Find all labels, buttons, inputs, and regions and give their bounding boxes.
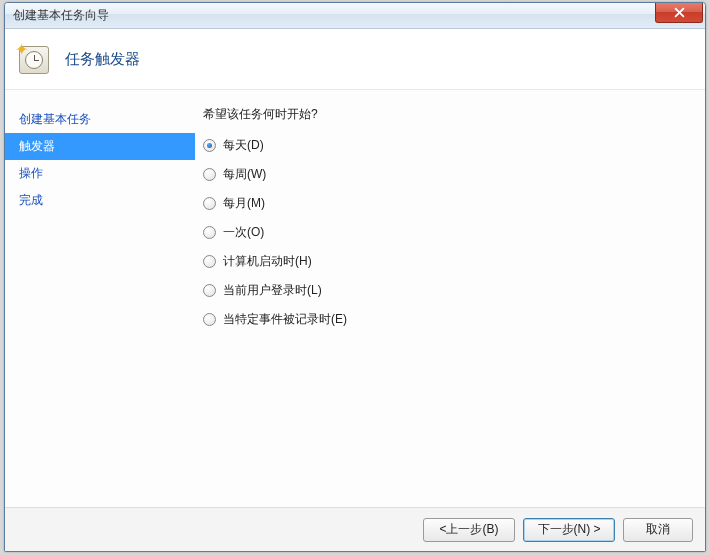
option-label: 每周(W): [223, 166, 266, 183]
titlebar: 创建基本任务向导: [5, 3, 705, 29]
option-at-startup[interactable]: 计算机启动时(H): [203, 253, 695, 270]
radio-icon[interactable]: [203, 313, 216, 326]
option-at-logon[interactable]: 当前用户登录时(L): [203, 282, 695, 299]
option-label: 当特定事件被记录时(E): [223, 311, 347, 328]
window-title: 创建基本任务向导: [13, 7, 655, 24]
back-button[interactable]: <上一步(B): [423, 518, 515, 542]
option-label: 当前用户登录时(L): [223, 282, 322, 299]
option-label: 每月(M): [223, 195, 265, 212]
radio-icon[interactable]: [203, 226, 216, 239]
wizard-steps-sidebar: 创建基本任务 触发器 操作 完成: [5, 90, 195, 507]
option-once[interactable]: 一次(O): [203, 224, 695, 241]
radio-icon[interactable]: [203, 255, 216, 268]
page-title: 任务触发器: [65, 50, 140, 69]
wizard-content: 希望该任务何时开始? 每天(D) 每周(W) 每月(M) 一次(O) 计算机启动…: [195, 90, 705, 507]
option-label: 每天(D): [223, 137, 264, 154]
option-monthly[interactable]: 每月(M): [203, 195, 695, 212]
sidebar-item-trigger[interactable]: 触发器: [5, 133, 195, 160]
sidebar-item-action[interactable]: 操作: [5, 160, 195, 187]
sidebar-item-create-task[interactable]: 创建基本任务: [5, 106, 195, 133]
task-clock-icon: ✦: [17, 42, 51, 76]
radio-icon[interactable]: [203, 168, 216, 181]
close-button[interactable]: [655, 3, 703, 23]
close-icon: [674, 7, 685, 18]
wizard-header: ✦ 任务触发器: [5, 29, 705, 89]
cancel-button[interactable]: 取消: [623, 518, 693, 542]
wizard-body: 创建基本任务 触发器 操作 完成 希望该任务何时开始? 每天(D) 每周(W) …: [5, 89, 705, 507]
wizard-window: 创建基本任务向导 ✦ 任务触发器 创建基本任务 触发器 操作 完成 希望该任务何…: [4, 2, 706, 552]
radio-icon[interactable]: [203, 139, 216, 152]
option-label: 一次(O): [223, 224, 264, 241]
next-button[interactable]: 下一步(N) >: [523, 518, 615, 542]
prompt-text: 希望该任务何时开始?: [203, 106, 695, 123]
option-label: 计算机启动时(H): [223, 253, 312, 270]
option-weekly[interactable]: 每周(W): [203, 166, 695, 183]
radio-icon[interactable]: [203, 197, 216, 210]
wizard-footer: <上一步(B) 下一步(N) > 取消: [5, 507, 705, 551]
option-on-event[interactable]: 当特定事件被记录时(E): [203, 311, 695, 328]
option-daily[interactable]: 每天(D): [203, 137, 695, 154]
radio-icon[interactable]: [203, 284, 216, 297]
sidebar-item-finish[interactable]: 完成: [5, 187, 195, 214]
